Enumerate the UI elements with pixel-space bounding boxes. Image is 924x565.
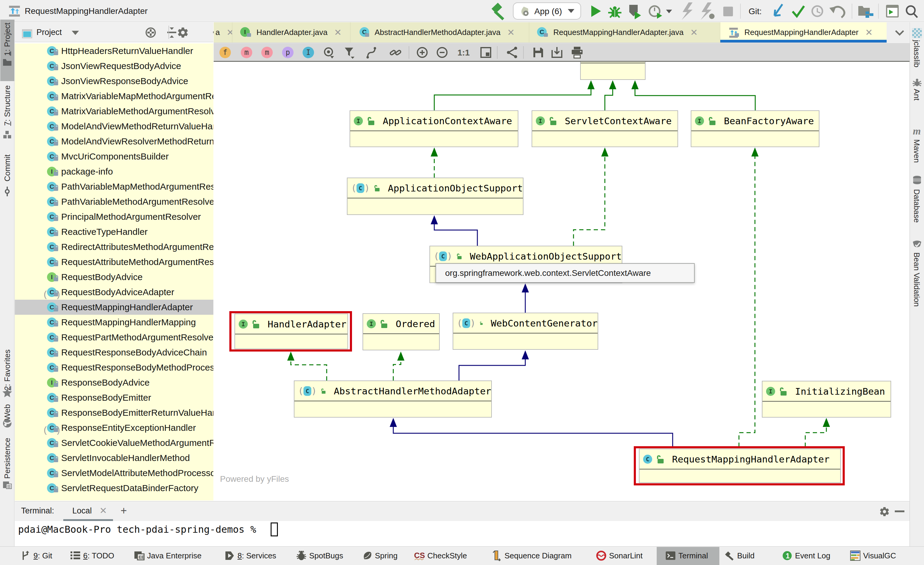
fit-content-icon[interactable] <box>479 46 492 59</box>
tab-close-icon[interactable]: ✕ <box>690 27 698 38</box>
node-handler-adapter[interactable]: IHandlerAdapter <box>234 314 348 349</box>
terminal-content[interactable]: pdai@MacBook-Pro tech-pdai-spring-demos … <box>15 521 909 546</box>
tree-item-ServletInvocableHandlerMethod[interactable]: CServletInvocableHandlerMethod <box>15 451 213 466</box>
link-icon[interactable] <box>389 46 402 59</box>
stripe-Favorites[interactable]: 2: Favorites <box>3 349 12 391</box>
status-TODO[interactable]: 6: TODO <box>83 546 114 565</box>
node-application-object-support[interactable]: (C)ApplicationObjectSupport <box>347 177 524 215</box>
tree-item-RequestResponseBodyMethodProcessor[interactable]: CRequestResponseBodyMethodProcessor <box>15 360 213 375</box>
scope-icon[interactable] <box>322 46 335 59</box>
methods-visibility-icon[interactable]: m <box>261 47 273 58</box>
actual-size-icon[interactable]: 1:1 <box>457 46 470 59</box>
tree-item-RequestPartMethodArgumentResolver[interactable]: CRequestPartMethodArgumentResolver <box>15 330 213 345</box>
tree-item-ResponseBodyAdvice[interactable]: IResponseBodyAdvice <box>15 375 213 390</box>
editor-tab-AbstractHandlerMethodAdapter.java[interactable]: CAbstractHandlerMethodAdapter.java✕ <box>351 22 529 43</box>
terminal-new-tab-icon[interactable]: + <box>120 501 127 520</box>
properties-visibility-icon[interactable]: p <box>282 47 294 58</box>
status-Terminal[interactable]: Terminal <box>678 546 708 565</box>
tree-item-PathVariableMethodArgumentResolver[interactable]: CPathVariableMethodArgumentResolver <box>15 194 213 209</box>
constructors-visibility-icon[interactable]: m <box>241 47 252 58</box>
tree-item-ServletModelAttributeMethodProcessor[interactable]: CServletModelAttributeMethodProcessor <box>15 466 213 481</box>
status-SequenceDiagram[interactable]: Sequence Diagram <box>504 546 572 565</box>
status-Git[interactable]: 9: Git <box>33 546 52 565</box>
tree-item-RequestBodyAdvice[interactable]: IRequestBodyAdvice <box>15 269 213 285</box>
node-application-context-aware[interactable]: IApplicationContextAware <box>350 110 518 147</box>
edge-routing-icon[interactable] <box>364 46 378 59</box>
tree-item-ModelAndViewMethodReturnValueHandler[interactable]: CModelAndViewMethodReturnValueHandler <box>15 119 213 134</box>
node-abstract-handler-method-adapter[interactable]: (C)AbstractHandlerMethodAdapter <box>294 380 492 418</box>
zoom-out-icon[interactable] <box>435 46 449 59</box>
stripe-Structure[interactable]: 7: Structure <box>3 85 12 126</box>
status-SonarLint[interactable]: SonarLint <box>609 546 642 565</box>
node-web-content-generator[interactable]: (C)WebContentGenerator <box>453 313 598 350</box>
stripe-Ant[interactable]: Ant <box>912 89 921 101</box>
tab-close-icon[interactable]: ✕ <box>507 27 515 38</box>
tree-item-HttpHeadersReturnValueHandler[interactable]: CHttpHeadersReturnValueHandler <box>15 44 213 59</box>
editor-tab-HandlerAdapter.java[interactable]: IHandlerAdapter.java✕ <box>232 22 351 43</box>
tree-item-RedirectAttributesMethodArgumentResolver[interactable]: CRedirectAttributesMethodArgumentResolve… <box>15 239 213 254</box>
fields-visibility-icon[interactable]: f <box>219 47 231 58</box>
export-icon[interactable] <box>550 46 564 59</box>
tree-item-MatrixVariableMapMethodArgumentResolver[interactable]: CMatrixVariableMapMethodArgumentResolver <box>15 89 213 104</box>
tree-item-RequestResponseBodyAdviceChain[interactable]: CRequestResponseBodyAdviceChain <box>15 345 213 360</box>
tree-item-ServletRequestDataBinderFactory[interactable]: CServletRequestDataBinderFactory <box>15 481 213 496</box>
node-servlet-context-aware[interactable]: IServletContextAware <box>532 110 678 147</box>
stripe-jclasslib[interactable]: jclasslib <box>912 40 921 67</box>
print-icon[interactable] <box>570 46 584 59</box>
tree-item-ResponseBodyEmitter[interactable]: CResponseBodyEmitter <box>15 390 213 405</box>
locate-icon[interactable] <box>145 27 156 38</box>
stripe-Web[interactable]: Web <box>3 404 12 420</box>
tree-item-JsonViewResponseBodyAdvice[interactable]: CJsonViewResponseBodyAdvice <box>15 74 213 89</box>
project-header-label[interactable]: Project <box>36 22 62 42</box>
tree-item-package-info[interactable]: Ipackage-info <box>15 164 213 179</box>
editor-tab-RequestMappingHandlerAdapter[interactable]: RequestMappingHandlerAdapter✕ <box>720 22 886 43</box>
stripe-Persistence[interactable]: Persistence <box>3 438 12 479</box>
tree-item-RequestMappingHandlerAdapter[interactable]: CRequestMappingHandlerAdapter <box>15 300 213 315</box>
tree-item-ResponseEntityExceptionHandler[interactable]: (C)ResponseEntityExceptionHandler <box>15 420 213 435</box>
status-JavaEnterprise[interactable]: Java Enterprise <box>147 546 202 565</box>
node-initializing-bean[interactable]: IInitializingBean <box>762 381 891 418</box>
status-EventLog[interactable]: Event Log <box>795 546 830 565</box>
stripe-Maven[interactable]: Maven <box>912 139 921 163</box>
editor-tab-RequestMappingHandlerAdapter.java[interactable]: CRequestMappingHandlerAdapter.java✕ <box>529 22 720 43</box>
tree-item-ReactiveTypeHandler[interactable]: CReactiveTypeHandler <box>15 224 213 239</box>
tab-close-icon[interactable]: ✕ <box>226 27 232 38</box>
status-Services[interactable]: 8: Services <box>237 546 276 565</box>
terminal-settings-icon[interactable] <box>879 506 890 517</box>
tree-item-PrincipalMethodArgumentResolver[interactable]: CPrincipalMethodArgumentResolver <box>15 209 213 224</box>
tab-close-icon[interactable]: ✕ <box>334 27 342 38</box>
tree-item-RequestMappingHandlerMapping[interactable]: CRequestMappingHandlerMapping <box>15 315 213 330</box>
zoom-in-icon[interactable] <box>416 46 429 59</box>
tree-item-RequestBodyAdviceAdapter[interactable]: (C)RequestBodyAdviceAdapter <box>15 285 213 300</box>
status-Build[interactable]: Build <box>737 546 754 565</box>
tree-item-MatrixVariableMethodArgumentResolver[interactable]: CMatrixVariableMethodArgumentResolver <box>15 104 213 119</box>
node-request-mapping-handler-adapter[interactable]: CRequestMappingHandlerAdapter <box>639 449 841 483</box>
tree-item-PathVariableMapMethodArgumentResolver[interactable]: CPathVariableMapMethodArgumentResolver <box>15 179 213 194</box>
stripe-BeanValidation[interactable]: Bean Validation <box>912 252 921 307</box>
node-ordered[interactable]: IOrdered <box>363 313 440 350</box>
tree-item-RequestAttributeMethodArgumentResolver[interactable]: CRequestAttributeMethodArgumentResolver <box>15 254 213 269</box>
filter-icon[interactable] <box>342 46 356 59</box>
terminal-tab-close-icon[interactable]: ✕ <box>99 501 107 520</box>
apply-layout-icon[interactable] <box>506 46 519 59</box>
terminal-tab-local[interactable]: Local <box>72 501 92 520</box>
collapse-all-icon[interactable] <box>166 27 177 38</box>
settings-icon[interactable] <box>177 27 189 39</box>
tree-item-ServletCookieValueMethodArgumentResolver[interactable]: CServletCookieValueMethodArgumentResolve… <box>15 435 213 451</box>
status-Spring[interactable]: Spring <box>375 546 398 565</box>
stripe-Database[interactable]: Database <box>912 189 921 222</box>
terminal-hide-icon[interactable] <box>895 511 904 512</box>
diagram-canvas[interactable]: IApplicationContextAwareIServletContextA… <box>214 62 909 501</box>
status-SpotBugs[interactable]: SpotBugs <box>309 546 343 565</box>
status-CheckStyle[interactable]: CheckStyle <box>428 546 467 565</box>
project-header-chevron-icon[interactable] <box>71 30 80 36</box>
inner-classes-visibility-icon[interactable]: I <box>303 47 314 58</box>
tree-item-MvcUriComponentsBuilder[interactable]: CMvcUriComponentsBuilder <box>15 149 213 164</box>
hidden-tabs-chevron-icon[interactable] <box>894 30 905 36</box>
stripe-Commit[interactable]: Commit <box>3 154 12 182</box>
stripe-Project[interactable]: 1: Project <box>3 23 12 56</box>
node-bean-factory-aware[interactable]: IBeanFactoryAware <box>691 110 819 147</box>
editor-tab-a[interactable]: a✕ <box>214 22 232 43</box>
node-aware[interactable] <box>580 62 645 80</box>
tree-item-JsonViewRequestBodyAdvice[interactable]: CJsonViewRequestBodyAdvice <box>15 59 213 74</box>
